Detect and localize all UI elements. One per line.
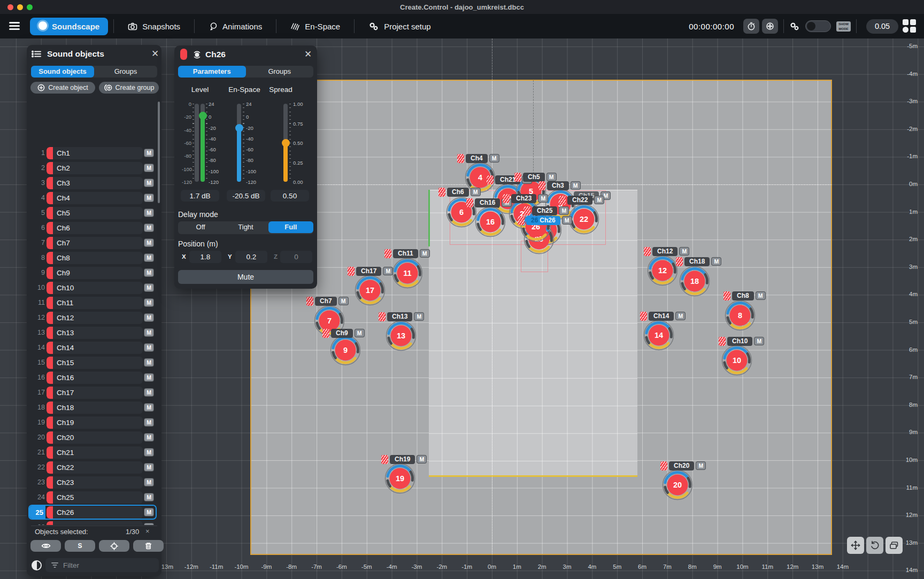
filter-input[interactable]: Filter — [45, 558, 159, 572]
stage-label-ch12[interactable]: Ch12 M — [644, 246, 689, 256]
mute-badge-stage[interactable]: M — [711, 257, 721, 266]
mute-badge-stage[interactable]: M — [383, 267, 393, 275]
enspace-value-field[interactable]: -20.5 dB — [227, 190, 265, 202]
mute-badge-ch1[interactable]: M — [144, 149, 154, 157]
position-z-input[interactable]: 0 — [280, 251, 312, 263]
object-row-ch6[interactable]: Ch6 — [47, 222, 143, 234]
stage-label-ch8[interactable]: Ch8 M — [723, 291, 766, 300]
object-row-ch3[interactable]: Ch3 — [47, 177, 143, 189]
object-row-ch20[interactable]: Ch20 — [47, 431, 143, 444]
mute-badge-stage[interactable]: M — [355, 329, 365, 337]
visibility-eye-icon[interactable] — [30, 540, 61, 552]
mute-badge-stage[interactable]: M — [696, 461, 706, 470]
object-row-ch12[interactable]: Ch12 — [47, 312, 143, 324]
mute-badge-ch22[interactable]: M — [144, 463, 154, 472]
mute-badge-ch15[interactable]: M — [144, 358, 154, 367]
stage-label-ch23[interactable]: Ch23 M — [503, 194, 548, 203]
objects-tab-groups[interactable]: Groups — [94, 66, 157, 78]
close-icon[interactable]: ✕ — [151, 49, 159, 58]
object-row-ch2[interactable]: Ch2 — [47, 162, 143, 174]
mute-badge-stage[interactable]: M — [538, 194, 548, 203]
menu-icon[interactable] — [9, 22, 20, 30]
mute-badge-ch5[interactable]: M — [144, 209, 154, 217]
object-row-ch1[interactable]: Ch1 — [47, 147, 143, 159]
delay-tab-off[interactable]: Off — [178, 221, 223, 233]
mute-badge-stage[interactable]: M — [546, 173, 557, 181]
object-row-ch5[interactable]: Ch5 — [47, 207, 143, 219]
contrast-icon[interactable] — [32, 560, 42, 570]
mute-badge-ch21[interactable]: M — [144, 448, 154, 457]
stage-label-ch3[interactable]: Ch3 M — [538, 181, 581, 190]
stage-object-ch18[interactable]: 18 — [679, 265, 711, 297]
delay-tab-full[interactable]: Full — [268, 221, 313, 233]
mute-badge-ch17[interactable]: M — [144, 388, 154, 397]
mute-badge-stage[interactable]: M — [489, 154, 499, 163]
object-row-ch18[interactable]: Ch18 — [47, 402, 143, 414]
mute-badge-ch19[interactable]: M — [144, 418, 154, 427]
mute-badge-ch6[interactable]: M — [144, 223, 154, 232]
mute-badge-stage[interactable]: M — [562, 216, 572, 225]
stage-object-ch20[interactable]: 20 — [661, 469, 694, 501]
close-icon[interactable]: ✕ — [304, 50, 312, 59]
mute-badge-stage[interactable]: M — [754, 337, 764, 345]
object-row-ch24[interactable]: Ch24 — [47, 521, 143, 525]
stage-object-ch8[interactable]: 8 — [724, 299, 756, 331]
stage-label-ch6[interactable]: Ch6 M — [438, 187, 481, 197]
object-row-ch23[interactable]: Ch23 — [47, 476, 143, 489]
params-tab-parameters[interactable]: Parameters — [178, 66, 246, 78]
object-row-ch7[interactable]: Ch7 — [47, 237, 143, 249]
object-row-ch9[interactable]: Ch9 — [47, 267, 143, 279]
list-scrollbar[interactable] — [158, 102, 160, 203]
stage-label-ch18[interactable]: Ch18 M — [676, 257, 721, 266]
mute-badge-ch11[interactable]: M — [144, 298, 154, 307]
mute-badge-ch12[interactable]: M — [144, 313, 154, 322]
mute-badge-ch26[interactable]: M — [144, 508, 154, 516]
mute-button[interactable]: Mute — [178, 270, 313, 284]
stage-label-ch10[interactable]: Ch10 M — [719, 336, 764, 346]
settings-gears-icon[interactable] — [789, 22, 800, 31]
mute-badge-stage[interactable]: M — [675, 312, 686, 320]
stage-label-ch20[interactable]: Ch20 M — [660, 461, 706, 470]
stage-object-ch22[interactable]: 22 — [568, 203, 600, 235]
object-row-ch15[interactable]: Ch15 — [47, 357, 143, 369]
mute-badge-stage[interactable]: M — [420, 249, 430, 258]
show-mode-toggle[interactable] — [805, 20, 831, 32]
stage-object-ch11[interactable]: 11 — [391, 257, 424, 289]
nav-snapshots[interactable]: Snapshots — [119, 18, 189, 35]
object-row-ch4[interactable]: Ch4 — [47, 192, 143, 204]
object-row-ch25[interactable]: Ch25 — [47, 491, 143, 504]
mute-badge-ch10[interactable]: M — [144, 283, 154, 292]
mute-badge-ch20[interactable]: M — [144, 433, 154, 442]
position-y-input[interactable]: 0.2 — [235, 251, 267, 263]
stopwatch-icon[interactable] — [743, 19, 759, 34]
mute-badge-ch9[interactable]: M — [144, 268, 154, 277]
stage-label-ch17[interactable]: Ch17 M — [348, 266, 393, 276]
mute-badge-ch18[interactable]: M — [144, 403, 154, 412]
stage-object-ch9[interactable]: 9 — [329, 334, 361, 366]
nav-soundscape[interactable]: Soundscape — [30, 18, 108, 35]
mute-badge-stage[interactable]: M — [417, 455, 427, 464]
object-row-ch13[interactable]: Ch13 — [47, 327, 143, 339]
stage-label-ch7[interactable]: Ch7 M — [306, 296, 349, 306]
stage-object-ch12[interactable]: 12 — [646, 254, 679, 287]
stage-object-ch10[interactable]: 10 — [721, 344, 753, 376]
object-row-ch17[interactable]: Ch17 — [47, 387, 143, 399]
speaker-target-icon[interactable] — [762, 19, 778, 34]
nav-project-setup[interactable]: Project setup — [360, 18, 440, 35]
object-row-ch16[interactable]: Ch16 — [47, 372, 143, 384]
stage-label-ch13[interactable]: Ch13 M — [379, 312, 424, 321]
mute-badge-ch14[interactable]: M — [144, 343, 154, 352]
object-row-ch21[interactable]: Ch21 — [47, 446, 143, 459]
mute-badge-ch24[interactable]: M — [144, 523, 154, 525]
mute-badge-ch25[interactable]: M — [144, 493, 154, 501]
tool-move-icon[interactable] — [847, 537, 864, 554]
mute-badge-stage[interactable]: M — [338, 297, 349, 305]
objects-tab-sound-objects[interactable]: Sound objects — [31, 66, 94, 78]
stage-object-ch13[interactable]: 13 — [385, 320, 417, 352]
mute-badge-ch3[interactable]: M — [144, 179, 154, 187]
scale-value-field[interactable]: 0.05 — [866, 19, 898, 34]
delete-trash-icon[interactable] — [133, 540, 164, 552]
mute-badge-ch7[interactable]: M — [144, 238, 154, 247]
stage-label-ch14[interactable]: Ch14 M — [640, 311, 686, 321]
create-object-button[interactable]: Create object — [30, 82, 95, 94]
